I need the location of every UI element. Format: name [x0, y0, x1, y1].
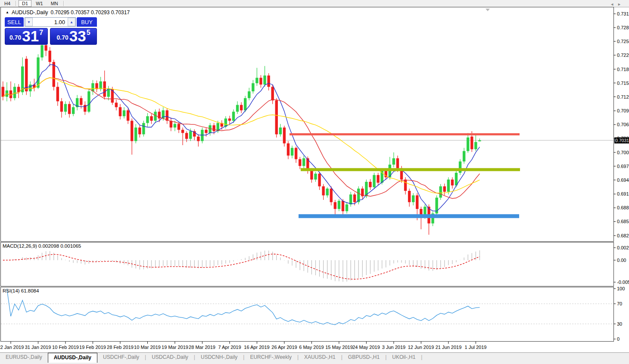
- price-axis-label: 0.70970: [617, 108, 629, 113]
- price-axis-label: 0.71280: [617, 94, 629, 100]
- price-axis-label: 0.68520: [617, 219, 629, 224]
- candles-layer: [2, 40, 481, 234]
- date-axis-label: 21 Jun 2019: [433, 345, 464, 350]
- macd-label: MACD(12,26,9) 0.002098 0.001065: [3, 243, 81, 249]
- price-axis-label: 0.73115: [617, 11, 629, 16]
- sell-price-box[interactable]: 0.70 31 7: [5, 28, 48, 45]
- volume-stepper: ▼ ▲: [25, 17, 76, 27]
- volume-input[interactable]: [33, 18, 68, 26]
- ohlc-values: 0.70295 0.70357 0.70293 0.70317: [51, 9, 130, 16]
- buy-price-pip: 5: [87, 29, 90, 37]
- buy-price-box[interactable]: 0.70 33 5: [50, 28, 97, 45]
- date-axis-label: 28 Mar 2019: [187, 345, 218, 350]
- axis-ticks: [11, 14, 616, 344]
- date-axis-label: 10 Feb 2019: [50, 345, 81, 350]
- sell-price-prefix: 0.70: [9, 34, 21, 41]
- support-resistance-lines: [290, 134, 520, 216]
- trade-panel-top-row: SELL ▼ ▲ BUY: [5, 17, 97, 27]
- one-click-trade-panel: SELL ▼ ▲ BUY 0.70 31 7 0.70 33 5: [5, 17, 97, 45]
- tab-usdchf-daily[interactable]: USDCHF-,Daily: [97, 353, 145, 361]
- price-axis-label: 0.68825: [617, 205, 629, 210]
- macd-layer: [3, 250, 480, 282]
- symbol-triangle-icon: ▲: [6, 10, 9, 14]
- buy-price-prefix: 0.70: [56, 34, 68, 41]
- current-price-marker: 0.70317: [614, 137, 629, 143]
- date-axis-label: 1 Jul 2019: [460, 345, 491, 350]
- rsi-axis-label: 70: [617, 301, 622, 306]
- price-axis-label: 0.69440: [617, 177, 629, 183]
- volume-decrease-button[interactable]: ▼: [25, 18, 33, 26]
- chart-header: ▲ AUDUSD-,Daily 0.70295 0.70357 0.70293 …: [6, 9, 130, 16]
- date-axis-label: 19 Mar 2019: [159, 345, 190, 350]
- date-axis-label: 19 Feb 2019: [77, 345, 108, 350]
- macd-axis-label: -0.005256: [617, 280, 629, 285]
- price-axis-label: 0.69130: [617, 191, 629, 196]
- tab-separator: |: [421, 353, 422, 361]
- rsi-layer: [1, 289, 614, 325]
- price-axis-label: 0.72810: [617, 25, 629, 30]
- tab-usdcad-daily[interactable]: USDCAD-,Daily: [146, 353, 194, 361]
- date-axis-label: 16 Apr 2019: [241, 345, 272, 350]
- pane-borders: [1, 7, 614, 342]
- price-axis-label: 0.72200: [617, 53, 629, 58]
- trading-terminal-window: H4D1W1MN ▲ AUDUSD-,Daily 0.70295 0.70357…: [0, 0, 629, 364]
- buy-price-digits: 33: [69, 28, 86, 44]
- tab-scroll-arrows[interactable]: ◄►: [610, 2, 625, 6]
- price-axis-label: 0.68210: [617, 233, 629, 238]
- moving-averages-layer: [3, 65, 480, 211]
- price-axis-label: 0.71890: [617, 67, 629, 72]
- volume-increase-button[interactable]: ▲: [68, 18, 75, 26]
- price-axis-label: 0.70050: [617, 150, 629, 155]
- sell-button[interactable]: SELL: [5, 17, 24, 27]
- date-axis-label: 31 Jan 2019: [22, 345, 53, 350]
- tab-xauusd-h1[interactable]: XAUUSD-,H1: [299, 353, 341, 361]
- last-bar-marker-icon: [486, 9, 490, 11]
- date-axis-label: 26 Apr 2019: [269, 345, 300, 350]
- rsi-axis-label: 0: [617, 336, 620, 342]
- date-axis-label: 6 May 2019: [296, 345, 327, 350]
- rsi-label: RSI(14) 61.8084: [3, 288, 39, 293]
- date-axis-label: 7 Apr 2019: [214, 345, 245, 350]
- tab-ukoil-h1[interactable]: UKOil-,H1: [386, 353, 421, 361]
- price-axis-label: 0.71585: [617, 81, 629, 86]
- buy-button[interactable]: BUY: [77, 17, 97, 27]
- price-axis-label: 0.69745: [617, 164, 629, 169]
- sell-price-digits: 31: [22, 28, 39, 44]
- rsi-axis-label: 100: [617, 286, 625, 291]
- symbol-label: AUDUSD-,Daily: [12, 9, 48, 16]
- chart-canvas[interactable]: [0, 0, 629, 364]
- macd-axis-label: 0.00: [617, 258, 626, 263]
- tab-eurusd-daily[interactable]: EURUSD-,Daily: [0, 353, 48, 361]
- price-axis-label: 0.70665: [617, 122, 629, 127]
- tab-usdcnh-daily[interactable]: USDCNH-,Daily: [195, 353, 243, 361]
- tab-audusd-daily[interactable]: AUDUSD-,Daily: [48, 353, 97, 363]
- tab-gbpusd-h1[interactable]: GBPUSD-,H1: [343, 353, 385, 361]
- date-axis-label: 24 May 2019: [351, 345, 382, 350]
- rsi-axis-label: 30: [617, 321, 622, 327]
- sell-price-pip: 7: [39, 29, 43, 37]
- date-axis-label: 10 Mar 2019: [132, 345, 163, 350]
- macd-axis-label: 0.002984: [617, 245, 629, 250]
- chart-tab-bar: EURUSD-,DailyAUDUSD-,DailyUSDCHF-,Daily|…: [0, 352, 629, 364]
- price-axis-label: 0.72505: [617, 39, 629, 44]
- date-axis-label: 15 May 2019: [324, 345, 355, 350]
- tab-eurchf-weekly[interactable]: EURCHF-,Weekly: [244, 353, 297, 361]
- date-axis-label: 28 Feb 2019: [105, 345, 136, 350]
- date-axis-label: 12 Jun 2019: [405, 345, 436, 350]
- date-axis-label: 3 Jun 2019: [378, 345, 409, 350]
